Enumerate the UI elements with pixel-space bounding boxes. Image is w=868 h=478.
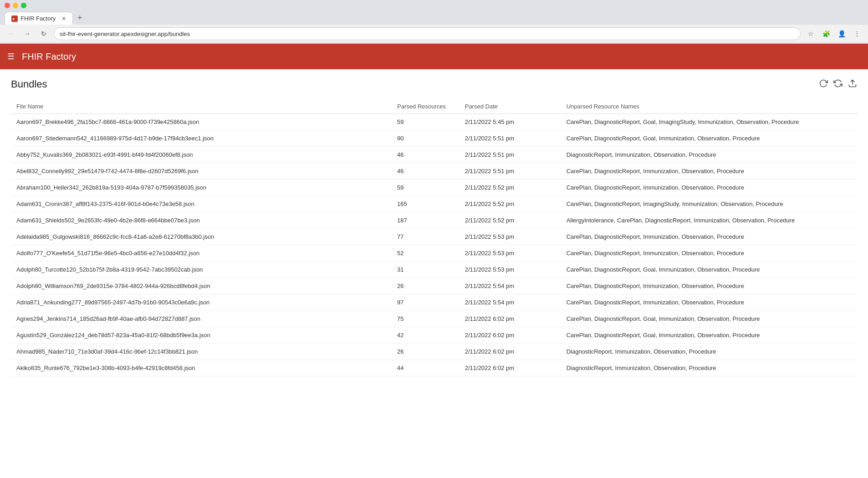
cell-unparsed: DiagnosticReport, Immunization, Observat…: [561, 360, 857, 376]
cell-unparsed: CarePlan, DiagnosticReport, Goal, Imagin…: [561, 114, 857, 130]
table-row[interactable]: Aaron697_Stiedemann542_41166989-975d-4d1…: [11, 130, 857, 147]
cell-unparsed: DiagnosticReport, Immunization, Observat…: [561, 147, 857, 163]
tab-close-button[interactable]: ✕: [61, 15, 66, 22]
menu-icon[interactable]: ⋮: [851, 27, 863, 40]
tab-favicon: F: [11, 15, 18, 22]
cell-parsed: 26: [392, 278, 460, 294]
address-bar[interactable]: sit-fhir-event-generator.apexdesigner.ap…: [54, 27, 801, 40]
forward-button[interactable]: →: [21, 27, 34, 40]
cell-filename: Ahmad985_Nader710_71e3d0af-39d4-416c-9be…: [11, 344, 392, 360]
cell-parsed: 165: [392, 196, 460, 212]
cell-date: 2/11/2022 5:53 pm: [460, 245, 561, 262]
hamburger-menu-button[interactable]: ☰: [7, 51, 15, 62]
table-row[interactable]: Adolph80_Turcotte120_52b1b75f-2b8a-4319-…: [11, 262, 857, 278]
table-row[interactable]: Adam631_Cronin387_aff8f143-2375-416f-901…: [11, 196, 857, 212]
cell-date: 2/11/2022 5:51 pm: [460, 147, 561, 163]
cell-date: 2/11/2022 5:54 pm: [460, 294, 561, 311]
app-title: FHIR Factory: [22, 51, 76, 62]
cell-date: 2/11/2022 6:02 pm: [460, 360, 561, 376]
traffic-lights: [5, 3, 26, 8]
table-row[interactable]: Adelaida985_Gulgowski816_86662c9c-fcc8-4…: [11, 229, 857, 245]
url-text: sit-fhir-event-generator.apexdesigner.ap…: [60, 31, 190, 37]
bookmark-icon[interactable]: ☆: [804, 27, 817, 40]
active-tab[interactable]: F FHIR Factory ✕: [5, 12, 73, 25]
maximize-window-button[interactable]: [21, 3, 26, 8]
cell-filename: Adam631_Shields502_9e2653fc-49e0-4b2e-86…: [11, 212, 392, 229]
table-row[interactable]: Abel832_Connelly992_29e51479-f742-4474-8…: [11, 163, 857, 180]
cell-filename: Agustín529_González124_deb78d57-823a-45a…: [11, 327, 392, 344]
cell-unparsed: CarePlan, DiagnosticReport, ImagingStudy…: [561, 196, 857, 212]
table-row[interactable]: Adolph80_Williamson769_2de9315e-3784-480…: [11, 278, 857, 294]
table-row[interactable]: Aaron697_Brekke496_2fa15bc7-8866-461a-90…: [11, 114, 857, 130]
page-actions: [819, 79, 857, 90]
cell-date: 2/11/2022 5:51 pm: [460, 130, 561, 147]
table-row[interactable]: Akiko835_Runte676_792be1e3-308b-4093-b4f…: [11, 360, 857, 376]
cell-parsed: 187: [392, 212, 460, 229]
back-button[interactable]: ←: [5, 27, 17, 40]
cell-date: 2/11/2022 6:02 pm: [460, 311, 561, 327]
main-content: Bundles: [0, 69, 868, 385]
cell-parsed: 26: [392, 344, 460, 360]
cell-date: 2/11/2022 6:02 pm: [460, 327, 561, 344]
extensions-icon[interactable]: 🧩: [820, 27, 832, 40]
sync-icon: [833, 79, 842, 88]
cell-parsed: 90: [392, 130, 460, 147]
cell-filename: Adam631_Cronin387_aff8f143-2375-416f-901…: [11, 196, 392, 212]
page-header: Bundles: [11, 78, 857, 90]
refresh-button[interactable]: [819, 79, 828, 90]
close-window-button[interactable]: [5, 3, 10, 8]
titlebar: [0, 0, 868, 11]
table-row[interactable]: Agustín529_González124_deb78d57-823a-45a…: [11, 327, 857, 344]
cell-filename: Adria871_Ankunding277_89d97565-2497-4d7b…: [11, 294, 392, 311]
cell-parsed: 46: [392, 147, 460, 163]
cell-unparsed: CarePlan, DiagnosticReport, Immunization…: [561, 180, 857, 196]
cell-filename: Abel832_Connelly992_29e51479-f742-4474-8…: [11, 163, 392, 180]
minimize-window-button[interactable]: [13, 3, 18, 8]
cell-date: 2/11/2022 5:51 pm: [460, 163, 561, 180]
cell-unparsed: CarePlan, DiagnosticReport, Goal, Immuni…: [561, 327, 857, 344]
col-header-parsed: Parsed Resources: [392, 99, 460, 114]
svg-text:F: F: [13, 17, 15, 21]
upload-icon: [848, 79, 857, 88]
reload-button[interactable]: ↻: [37, 27, 50, 40]
cell-unparsed: CarePlan, DiagnosticReport, Immunization…: [561, 294, 857, 311]
cell-filename: Abraham100_Heller342_262b819a-5193-404a-…: [11, 180, 392, 196]
cell-date: 2/11/2022 5:52 pm: [460, 196, 561, 212]
cell-parsed: 77: [392, 229, 460, 245]
app-header: ☰ FHIR Factory: [0, 44, 868, 69]
cell-unparsed: CarePlan, DiagnosticReport, Goal, Immuni…: [561, 130, 857, 147]
table-row[interactable]: Ahmad985_Nader710_71e3d0af-39d4-416c-9be…: [11, 344, 857, 360]
cell-filename: Aaron697_Stiedemann542_41166989-975d-4d1…: [11, 130, 392, 147]
new-tab-button[interactable]: +: [73, 11, 87, 25]
cell-date: 2/11/2022 5:54 pm: [460, 278, 561, 294]
table-row[interactable]: Agnes294_Jenkins714_185d26ad-fb9f-40ae-a…: [11, 311, 857, 327]
tab-bar: F FHIR Factory ✕ +: [0, 11, 868, 25]
cell-parsed: 75: [392, 311, 460, 327]
table-row[interactable]: Abraham100_Heller342_262b819a-5193-404a-…: [11, 180, 857, 196]
cell-parsed: 42: [392, 327, 460, 344]
cell-unparsed: DiagnosticReport, Immunization, Observat…: [561, 344, 857, 360]
upload-button[interactable]: [848, 79, 857, 90]
cell-unparsed: AllergyIntolerance, CarePlan, Diagnostic…: [561, 212, 857, 229]
cell-parsed: 46: [392, 163, 460, 180]
browser-toolbar: ← → ↻ sit-fhir-event-generator.apexdesig…: [0, 25, 868, 43]
cell-date: 2/11/2022 6:02 pm: [460, 344, 561, 360]
profile-icon[interactable]: 👤: [835, 27, 848, 40]
cell-filename: Adolph80_Turcotte120_52b1b75f-2b8a-4319-…: [11, 262, 392, 278]
cell-date: 2/11/2022 5:53 pm: [460, 262, 561, 278]
cell-filename: Agnes294_Jenkins714_185d26ad-fb9f-40ae-a…: [11, 311, 392, 327]
cell-parsed: 97: [392, 294, 460, 311]
sync-button[interactable]: [833, 79, 842, 90]
toolbar-actions: ☆ 🧩 👤 ⋮: [804, 27, 863, 40]
cell-filename: Adolfo777_O'Keefe54_51d71f5e-96e5-4bc0-a…: [11, 245, 392, 262]
table-row[interactable]: Adolfo777_O'Keefe54_51d71f5e-96e5-4bc0-a…: [11, 245, 857, 262]
cell-date: 2/11/2022 5:52 pm: [460, 180, 561, 196]
cell-unparsed: CarePlan, DiagnosticReport, Goal, Immuni…: [561, 262, 857, 278]
table-body: Aaron697_Brekke496_2fa15bc7-8866-461a-90…: [11, 114, 857, 376]
table-row[interactable]: Adria871_Ankunding277_89d97565-2497-4d7b…: [11, 294, 857, 311]
table-row[interactable]: Abby752_Kuvalis369_2b083021-e93f-4991-bf…: [11, 147, 857, 163]
table-row[interactable]: Adam631_Shields502_9e2653fc-49e0-4b2e-86…: [11, 212, 857, 229]
cell-parsed: 59: [392, 180, 460, 196]
col-header-filename: File Name: [11, 99, 392, 114]
cell-unparsed: CarePlan, DiagnosticReport, Goal, Immuni…: [561, 311, 857, 327]
